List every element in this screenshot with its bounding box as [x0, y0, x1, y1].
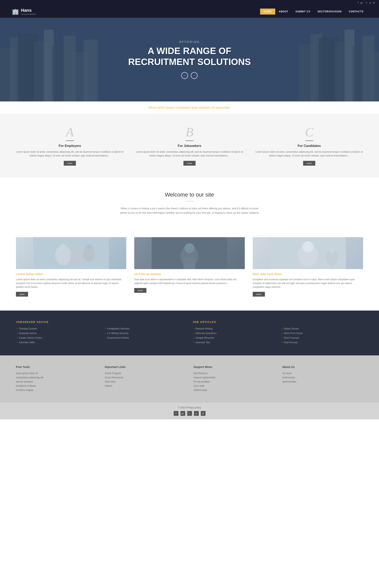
feature-body-c: Lorem ipsum dolor sit amet, consectetur …	[255, 150, 363, 158]
feature-more-c[interactable]: more	[303, 161, 315, 166]
sm-link-1[interactable]: Get Premium	[194, 372, 208, 375]
card-more-2[interactable]: more	[134, 288, 146, 293]
social-google-top[interactable]: g+	[361, 1, 363, 4]
link-interview-questions[interactable]: Interview Questions	[193, 332, 217, 335]
feature-employers: A For Employers Lorem ipsum dolor sit am…	[16, 126, 124, 166]
nav-contacts[interactable]: CONTACTS	[345, 9, 367, 15]
cards-section: Lorem ipsum dolor Lorem ipsum dolor sit …	[0, 229, 379, 311]
top-bar: f g+ ∿ p in	[0, 0, 379, 5]
au-link-3[interactable]: sponsorships	[282, 380, 296, 383]
svg-point-32	[302, 241, 314, 252]
bottom-pinterest-icon[interactable]: p	[194, 411, 199, 416]
link-work-from-home[interactable]: Work From Home	[281, 332, 303, 335]
card-more-1[interactable]: more	[16, 292, 28, 297]
welcome-title: Welcome to our site	[40, 192, 339, 198]
list-item: request replacement	[194, 376, 274, 379]
list-item: Salary Survey	[281, 327, 363, 330]
sm-link-3[interactable]: Fix my problem	[194, 380, 210, 383]
bottom-google-icon[interactable]: g+	[180, 411, 185, 416]
ft-link-1[interactable]: lorem ipsum dolor sit	[16, 372, 38, 375]
social-pinterest-top[interactable]: p	[370, 1, 371, 4]
bottom-facebook-icon[interactable]: f	[174, 411, 178, 416]
card-more-3[interactable]: more	[253, 292, 265, 297]
nav-submit-cv[interactable]: SUBMIT CV	[292, 9, 314, 15]
features-section: A For Employers Lorem ipsum dolor sit am…	[0, 114, 379, 178]
important-links-col: Important Links Article Program Social R…	[105, 365, 186, 393]
hero-prev-button[interactable]: ←	[181, 72, 188, 79]
card-body-3: Excepteur sint occaecat cupidatat non pr…	[253, 278, 363, 289]
social-rss-top[interactable]: ∿	[365, 1, 368, 4]
important-links-heading: Important Links	[105, 365, 186, 369]
il-link-1[interactable]: Article Program	[105, 372, 121, 375]
bottom-linkedin-icon[interactable]: in	[201, 411, 205, 416]
social-linkedin-top[interactable]: in	[373, 1, 375, 4]
free-tools-col: Free Tools lorem ipsum dolor sit consect…	[16, 365, 97, 393]
hero-arrows: ← →	[128, 72, 251, 79]
hero-next-button[interactable]: →	[191, 72, 198, 79]
welcome-body: When it comes to finding a job it seems …	[120, 206, 259, 215]
link-salary-survey[interactable]: Salary Survey	[281, 327, 299, 330]
link-sample-resumes[interactable]: Sample Resumes	[193, 336, 215, 339]
copyright-text: © 2014 Privacy policy	[4, 406, 375, 409]
il-link-3[interactable]: Jobs Sites	[105, 380, 116, 383]
ft-link-5[interactable]: et dolore magna	[16, 389, 33, 392]
card-image-3	[253, 237, 363, 269]
list-item: Work From Home	[281, 332, 363, 335]
nav-about[interactable]: ABOUT	[275, 9, 292, 15]
feature-body-b: Lorem ipsum dolor sit amet, consectetur …	[136, 150, 243, 158]
nav-sector[interactable]: SECTOR/DIVISION	[314, 9, 345, 15]
list-item: incididunt ut labore	[16, 384, 97, 387]
card-image-2	[134, 237, 245, 269]
svg-point-25	[86, 244, 92, 250]
list-item: Helpful	[105, 384, 186, 387]
ft-link-3[interactable]: sed do eiusmod	[16, 380, 33, 383]
sm-link-4[interactable]: Up to date	[194, 385, 205, 387]
feature-more-a[interactable]: more	[64, 161, 76, 166]
list-item: Career Advice Centre	[16, 336, 98, 339]
nav-home[interactable]: HOME	[260, 9, 275, 15]
list-item: Graduate Advice	[16, 332, 98, 335]
list-item: Sample Resumes	[193, 336, 275, 339]
list-item: Article Program	[105, 372, 186, 375]
hero-title: A WIDE RANGE OF RECRUITMENT SOLUTIONS	[128, 46, 251, 67]
link-paid-surveys[interactable]: Paid Surveys	[281, 341, 298, 344]
au-link-2[interactable]: testimonials	[282, 376, 295, 379]
jobarticles-col1: JOB ARTICLES Resume Writing Interview Qu…	[193, 321, 275, 345]
link-training-courses[interactable]: Training Courses	[16, 327, 37, 330]
link-interview-tips[interactable]: Interview Tips	[193, 341, 210, 344]
link-short-courses[interactable]: Short Courses	[281, 336, 299, 339]
tagline-text: Nemo enim ipsam voluptatem quia voluptas…	[149, 106, 231, 109]
free-tools-list: lorem ipsum dolor sit consectetur adipis…	[16, 372, 97, 392]
link-cv-writing[interactable]: CV Writing Services	[104, 332, 128, 335]
link-immigration[interactable]: Immigration Services	[104, 327, 129, 330]
social-facebook-top[interactable]: f	[358, 1, 359, 4]
svg-point-34	[329, 247, 335, 253]
bottom-bar: © 2014 Privacy policy f g+ ∿ p in	[0, 403, 379, 419]
link-graduate-advice[interactable]: Graduate Advice	[16, 332, 37, 335]
sm-link-2[interactable]: request replacement	[194, 376, 215, 379]
il-link-2[interactable]: Social Resources	[105, 376, 123, 379]
link-career-advice[interactable]: Career Advice Centre	[16, 336, 42, 339]
ft-link-4[interactable]: incididunt ut labore	[16, 385, 36, 387]
list-item: Interview Tips	[193, 341, 275, 344]
bottom-rss-icon[interactable]: ∿	[187, 411, 192, 416]
list-item: Jobs Sites	[105, 380, 186, 383]
sm-link-5[interactable]: Submit issue	[194, 389, 207, 392]
feature-divider-c	[305, 141, 313, 141]
au-link-1[interactable]: our team	[282, 372, 292, 375]
link-resume-writing[interactable]: Resume Writing	[193, 327, 212, 330]
ft-link-2[interactable]: consectetur adipiscing elit	[16, 376, 43, 379]
link-employment-articles[interactable]: Employment Articles	[104, 336, 129, 339]
list-item: Employment Articles	[104, 336, 186, 339]
il-link-4[interactable]: Helpful	[105, 385, 112, 387]
feature-more-b[interactable]: more	[183, 161, 196, 166]
list-item: Interview Questions	[193, 332, 275, 335]
hero-title-line1: A WIDE RANGE OF	[148, 46, 231, 56]
dark-footer: JOBSEEKER ADVICE Training Courses Gradua…	[0, 310, 379, 355]
card-3: Duis aute irure dolor Excepteur sint occ…	[253, 237, 363, 297]
light-footer: Free Tools lorem ipsum dolor sit consect…	[0, 355, 379, 403]
main-nav: HOME ABOUT SUBMIT CV SECTOR/DIVISION CON…	[260, 9, 367, 15]
jobseeker-list2: Immigration Services CV Writing Services…	[104, 327, 186, 339]
link-interview-skills[interactable]: Interview Skills	[16, 341, 35, 344]
list-item: Fix my problem	[194, 380, 274, 383]
